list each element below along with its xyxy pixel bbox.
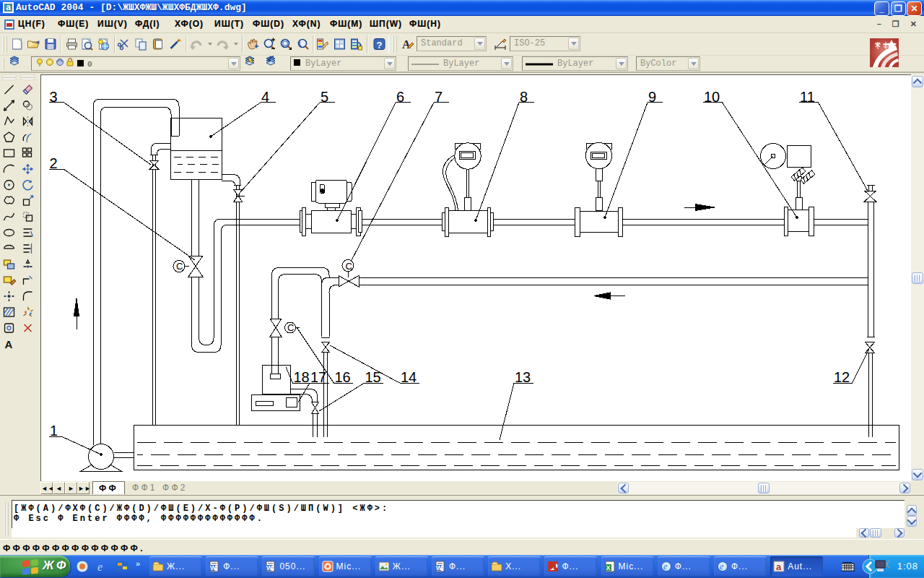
svg-text:16: 16 bbox=[335, 369, 351, 385]
svg-text:1: 1 bbox=[50, 423, 58, 439]
svg-text:X: X bbox=[606, 564, 610, 571]
svg-text:17: 17 bbox=[310, 369, 326, 385]
svg-text:C: C bbox=[176, 261, 183, 272]
svg-text:12: 12 bbox=[834, 369, 850, 385]
svg-text:13: 13 bbox=[515, 369, 531, 385]
svg-text:3: 3 bbox=[50, 89, 58, 105]
svg-text:10: 10 bbox=[704, 89, 720, 105]
svg-text:7: 7 bbox=[435, 89, 443, 105]
svg-text:14: 14 bbox=[401, 369, 417, 385]
svg-text:4: 4 bbox=[261, 89, 269, 105]
svg-text:C: C bbox=[346, 261, 352, 272]
svg-text:?: ? bbox=[377, 40, 383, 51]
svg-text:W: W bbox=[266, 564, 273, 571]
svg-text:2: 2 bbox=[50, 155, 58, 171]
svg-text:e: e bbox=[97, 561, 103, 573]
svg-text:a: a bbox=[776, 561, 782, 572]
svg-text:e: e bbox=[720, 561, 724, 571]
svg-text:0: 0 bbox=[87, 60, 92, 69]
svg-text:15: 15 bbox=[365, 369, 381, 385]
svg-text:e: e bbox=[663, 561, 668, 571]
svg-text:5: 5 bbox=[321, 89, 328, 105]
svg-text:9: 9 bbox=[648, 89, 656, 105]
svg-text:6: 6 bbox=[396, 89, 404, 105]
svg-text:C: C bbox=[287, 322, 294, 333]
svg-text:W: W bbox=[210, 564, 217, 571]
svg-text:A: A bbox=[5, 338, 13, 350]
svg-text:11: 11 bbox=[800, 89, 815, 105]
svg-text:8: 8 bbox=[520, 89, 528, 105]
svg-text:18: 18 bbox=[294, 369, 310, 385]
svg-text:W: W bbox=[436, 564, 443, 571]
